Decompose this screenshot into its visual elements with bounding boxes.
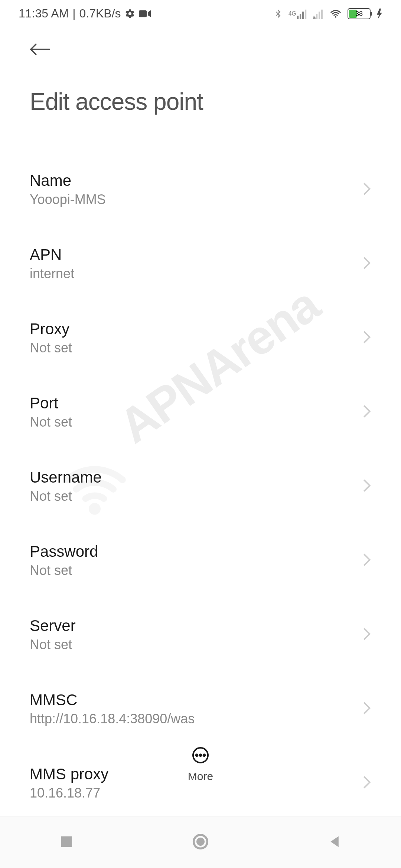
chevron-right-icon	[362, 479, 371, 494]
svg-rect-9	[321, 9, 323, 19]
status-time: 11:35 AM	[19, 7, 69, 20]
svg-rect-3	[300, 14, 301, 19]
setting-value: Not set	[30, 637, 76, 652]
setting-mmsc[interactable]: MMSC http://10.16.18.4:38090/was	[30, 672, 371, 746]
setting-label: APN	[30, 246, 74, 264]
chevron-right-icon	[362, 256, 371, 272]
setting-label: Username	[30, 468, 102, 486]
svg-rect-5	[305, 9, 306, 19]
svg-rect-15	[61, 836, 72, 847]
chevron-right-icon	[362, 775, 371, 791]
gear-icon	[125, 9, 135, 19]
setting-password[interactable]: Password Not set	[30, 523, 371, 598]
battery-indicator: 38	[348, 8, 371, 19]
svg-rect-7	[316, 14, 317, 19]
setting-value: Yooopi-MMS	[30, 192, 106, 207]
status-data-rate: 0.7KB/s	[79, 7, 121, 20]
camera-icon	[139, 9, 151, 18]
bluetooth-icon	[274, 8, 283, 20]
setting-value: 10.16.18.77	[30, 785, 108, 801]
chevron-right-icon	[362, 330, 371, 346]
header: Edit access point	[0, 27, 401, 126]
setting-label: Server	[30, 617, 76, 635]
setting-label: Proxy	[30, 320, 72, 338]
setting-proxy[interactable]: Proxy Not set	[30, 301, 371, 375]
status-separator: |	[72, 7, 75, 20]
setting-port[interactable]: Port Not set	[30, 375, 371, 449]
setting-label: MMS proxy	[30, 765, 108, 783]
charging-icon	[376, 9, 382, 19]
setting-username[interactable]: Username Not set	[30, 449, 371, 523]
setting-name[interactable]: Name Yooopi-MMS	[30, 152, 371, 227]
nav-home-button[interactable]	[192, 834, 209, 851]
setting-label: Name	[30, 172, 106, 190]
setting-value: Not set	[30, 489, 102, 504]
signal-no-sim-icon	[313, 9, 324, 19]
setting-label: MMSC	[30, 691, 195, 709]
svg-rect-1	[139, 10, 147, 17]
settings-list: Name Yooopi-MMS APN internet Proxy Not s…	[0, 126, 401, 801]
setting-value: Not set	[30, 414, 72, 430]
chevron-right-icon	[362, 404, 371, 420]
status-bar: 11:35 AM | 0.7KB/s 4G 38	[0, 0, 401, 27]
setting-server[interactable]: Server Not set	[30, 598, 371, 672]
svg-rect-4	[302, 11, 304, 19]
navigation-bar	[0, 816, 401, 868]
page-title: Edit access point	[30, 88, 371, 115]
svg-rect-8	[319, 11, 320, 19]
chevron-right-icon	[362, 553, 371, 568]
setting-value: Not set	[30, 563, 98, 578]
svg-point-17	[196, 838, 205, 846]
nav-recents-button[interactable]	[60, 835, 73, 850]
setting-label: Password	[30, 543, 98, 560]
setting-apn[interactable]: APN internet	[30, 227, 371, 301]
chevron-right-icon	[362, 627, 371, 642]
back-button[interactable]	[30, 42, 371, 58]
wifi-icon	[330, 9, 342, 19]
chevron-right-icon	[362, 182, 371, 197]
chevron-right-icon	[362, 701, 371, 717]
setting-value: Not set	[30, 340, 72, 356]
signal-4g-icon: 4G	[288, 9, 307, 19]
setting-value: http://10.16.18.4:38090/was	[30, 711, 195, 727]
nav-back-button[interactable]	[328, 835, 341, 850]
setting-mms-proxy[interactable]: MMS proxy 10.16.18.77	[30, 746, 371, 801]
svg-rect-2	[297, 16, 299, 19]
setting-label: Port	[30, 394, 72, 412]
setting-value: internet	[30, 266, 74, 282]
